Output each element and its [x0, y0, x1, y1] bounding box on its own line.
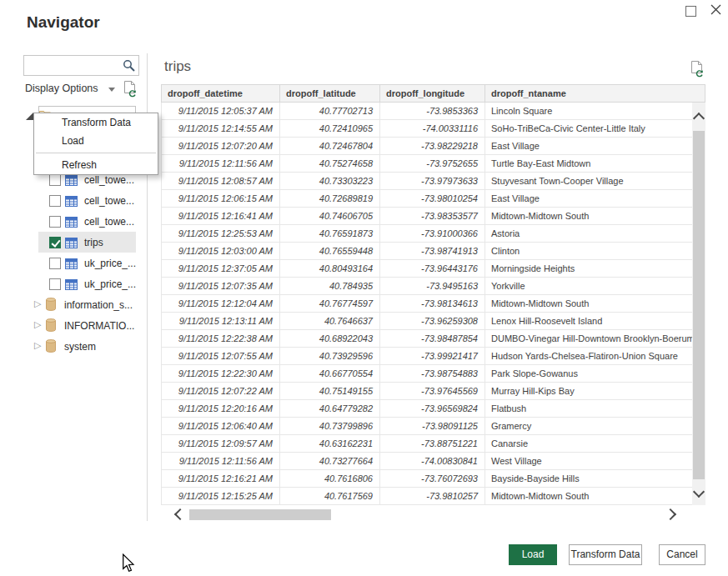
cell-numeric: 40.7616806: [280, 470, 380, 488]
checkbox[interactable]: [49, 278, 61, 290]
tree-item-uk-price[interactable]: uk_price_...: [0, 253, 160, 273]
cell-text: SoHo-TriBeCa-Civic Center-Little Italy: [485, 120, 693, 138]
database-icon: [46, 339, 56, 356]
cell-numeric: -73.98229218: [380, 138, 485, 155]
tree-item-information-s[interactable]: ▷information_s...: [0, 294, 160, 315]
tree-item-system[interactable]: ▷system: [0, 336, 160, 357]
checkbox[interactable]: [49, 237, 61, 248]
cell-numeric: 40.784935: [280, 278, 380, 295]
table-row: 9/11/2015 12:09:57 AM40.63162231-73.8875…: [162, 435, 693, 453]
checkbox[interactable]: [49, 216, 61, 228]
table-row: 9/11/2015 12:25:53 AM40.76591873-73.9100…: [162, 225, 693, 243]
context-menu: Transform DataLoadRefresh: [33, 113, 158, 175]
cell-text: Bayside-Bayside Hills: [485, 470, 693, 488]
cell-numeric: 9/11/2015 12:07:35 AM: [162, 278, 280, 295]
database-icon: [46, 318, 56, 335]
checkbox[interactable]: [49, 174, 61, 186]
cell-numeric: 40.75274658: [280, 155, 380, 173]
tree-item-cell-towe[interactable]: cell_towe...: [0, 190, 160, 211]
load-button[interactable]: Load: [509, 544, 557, 565]
transform-data-button[interactable]: Transform Data: [569, 544, 642, 565]
cell-numeric: 40.76774597: [280, 295, 380, 313]
cell-text: Hudson Yards-Chelsea-Flatiron-Union Squa…: [485, 348, 693, 365]
table-row: 9/11/2015 12:03:00 AM40.76559448-73.9874…: [162, 243, 693, 260]
table-row: 9/11/2015 12:07:35 AM40.784935-73.949516…: [162, 278, 693, 295]
refresh-source-icon[interactable]: [123, 80, 138, 101]
checkbox[interactable]: [49, 195, 61, 207]
menu-item-load[interactable]: Load: [34, 132, 158, 150]
table-row: 9/11/2015 12:07:55 AM40.73929596-73.9992…: [162, 348, 693, 365]
cell-text: Murray Hill-Kips Bay: [485, 383, 693, 400]
search-icon[interactable]: [123, 59, 136, 76]
refresh-preview-icon[interactable]: [690, 60, 705, 81]
cell-numeric: -73.99921417: [380, 348, 485, 365]
vertical-scrollbar-thumb[interactable]: [693, 131, 705, 479]
tree-item-label: information_s...: [64, 299, 133, 311]
cell-numeric: 9/11/2015 12:15:25 AM: [162, 488, 280, 505]
expand-arrow-icon[interactable]: ▷: [34, 340, 41, 351]
cell-text: Midtown-Midtown South: [485, 208, 693, 225]
expand-arrow-icon[interactable]: ▷: [34, 319, 41, 330]
cell-text: Stuyvesant Town-Cooper Village: [485, 173, 693, 190]
cell-text: Midtown-Midtown South: [485, 488, 693, 505]
cell-numeric: 9/11/2015 12:22:30 AM: [162, 365, 280, 383]
tree-item-trips[interactable]: trips: [0, 232, 160, 253]
scroll-up-icon[interactable]: [693, 113, 705, 124]
table-icon: [65, 237, 78, 252]
tree-item-label: trips: [84, 237, 103, 248]
cell-numeric: -73.96443176: [380, 260, 485, 278]
tree-item-informatio[interactable]: ▷INFORMATIO...: [0, 315, 160, 336]
cell-numeric: 9/11/2015 12:11:56 AM: [162, 155, 280, 173]
menu-item-transform-data[interactable]: Transform Data: [34, 113, 158, 132]
cell-numeric: -73.98754883: [380, 365, 485, 383]
cell-text: Morningside Heights: [485, 260, 693, 278]
table-row: 9/11/2015 12:06:40 AM40.73799896-73.9809…: [162, 418, 693, 435]
cell-numeric: 9/11/2015 12:22:38 AM: [162, 330, 280, 348]
cell-numeric: 9/11/2015 12:08:57 AM: [162, 173, 280, 190]
expand-arrow-icon[interactable]: ▷: [34, 298, 41, 309]
display-options-dropdown[interactable]: Display Options: [25, 83, 115, 94]
chevron-down-icon: [108, 88, 115, 92]
cell-numeric: 9/11/2015 12:07:22 AM: [162, 383, 280, 400]
cell-numeric: 9/11/2015 12:03:00 AM: [162, 243, 280, 260]
search-box[interactable]: [23, 55, 139, 76]
cell-numeric: -73.9495163: [380, 278, 485, 295]
cell-text: Canarsie: [485, 435, 693, 453]
vertical-scrollbar[interactable]: [692, 103, 705, 505]
column-header-dropoff_ntaname: dropoff_ntaname: [485, 85, 693, 103]
cell-numeric: 9/11/2015 12:37:05 AM: [162, 260, 280, 278]
scroll-left-icon[interactable]: [174, 508, 186, 520]
cell-text: Midtown-Midtown South: [485, 295, 693, 313]
cell-numeric: -73.9810257: [380, 488, 485, 505]
cell-numeric: 40.74606705: [280, 208, 380, 225]
table-row: 9/11/2015 12:22:30 AM40.66770554-73.9875…: [162, 365, 693, 383]
cell-numeric: -73.98353577: [380, 208, 485, 225]
cell-numeric: -73.9752655: [380, 155, 485, 173]
table-header-row: dropoff_datetimedropoff_latitudedropoff_…: [162, 85, 693, 103]
scroll-right-icon[interactable]: [665, 508, 676, 520]
table-row: 9/11/2015 12:11:56 AM40.73277664-74.0083…: [162, 453, 693, 470]
close-icon[interactable]: [710, 3, 723, 17]
menu-item-refresh[interactable]: Refresh: [34, 156, 158, 174]
tree-item-uk-price[interactable]: uk_price_...: [0, 273, 160, 294]
cell-numeric: 40.63162231: [280, 435, 380, 453]
checkbox[interactable]: [49, 258, 61, 269]
cell-numeric: -73.96259308: [380, 313, 485, 330]
horizontal-scrollbar-thumb[interactable]: [189, 509, 331, 520]
tree-item-label: cell_towe...: [84, 216, 134, 228]
cell-text: Yorkville: [485, 278, 693, 295]
table-row: 9/11/2015 12:15:25 AM40.7617569-73.98102…: [162, 488, 693, 505]
scroll-down-icon[interactable]: [693, 486, 705, 498]
table-row: 9/11/2015 12:08:57 AM40.73303223-73.9797…: [162, 173, 693, 190]
tree-item-cell-towe[interactable]: cell_towe...: [0, 211, 160, 232]
database-icon: [46, 298, 56, 314]
maximize-icon[interactable]: [685, 6, 696, 17]
collapse-arrow-icon[interactable]: [26, 113, 33, 120]
cancel-button[interactable]: Cancel: [659, 544, 705, 565]
cell-text: Park Slope-Gowanus: [485, 365, 693, 383]
search-input[interactable]: [26, 58, 118, 73]
horizontal-scrollbar[interactable]: [161, 508, 692, 522]
cell-numeric: -73.97645569: [380, 383, 485, 400]
cell-numeric: 9/11/2015 12:16:21 AM: [162, 470, 280, 488]
cell-numeric: 40.76559448: [280, 243, 380, 260]
